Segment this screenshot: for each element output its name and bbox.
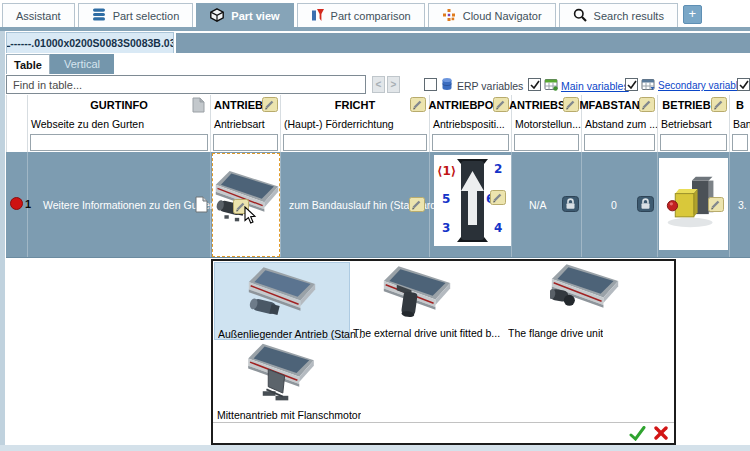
search-icon [573,8,587,24]
cell-betrieb[interactable] [658,152,730,257]
antrieb-selected-cell[interactable] [212,153,280,257]
column-header-label: BETRIEB [662,99,710,111]
tab-part-view[interactable]: Part view [196,3,293,27]
edit-pencil-icon[interactable] [639,97,655,112]
column-header-antrieb[interactable]: ANTRIEB [211,95,281,115]
lock-icon [637,196,654,212]
comparison-icon [311,8,324,24]
extra-variables-checkbox[interactable] [737,78,750,91]
main-variables-checkbox[interactable] [528,78,541,91]
tab-label: Part comparison [331,10,411,22]
table-filter-row [0,133,750,152]
lock-icon [562,196,579,212]
edit-pencil-icon[interactable] [711,97,727,112]
erp-variables-checkbox[interactable] [424,78,437,91]
secondary-variables-label[interactable]: Secondary variables [658,80,749,91]
tab-part-selection[interactable]: Part selection [78,3,194,27]
column-header-label: FRICHT [335,99,375,111]
filter-input[interactable] [584,134,655,151]
column-header-antriebpos[interactable]: ANTRIEBPOS [430,95,512,115]
direction-label-1: ⟨1⟩ [437,164,456,178]
active-tab-strip [0,27,750,31]
column-header-antriebst[interactable]: ANTRIEBST [512,95,582,115]
cell-gurtinfo[interactable]: Weitere Informationen zu den Gurten [28,152,211,257]
subheader-fricht: (Haupt-) Förderrichtung [281,115,430,133]
find-previous-button[interactable]: < [372,76,385,93]
secondary-variables-checkbox[interactable] [625,78,638,91]
column-header-label: ANTRIEB [214,99,263,111]
stack-icon [92,8,106,23]
confirm-check-icon[interactable] [629,426,646,445]
filter-input[interactable] [213,134,278,151]
popup-option-external-fitted[interactable]: The external drive unit fitted b... [350,262,485,340]
popup-option-label: The external drive unit fitted b... [353,327,500,339]
cell-mfabstand[interactable]: 0 [582,152,658,257]
tab-cloud-navigator[interactable]: Cloud Navigator [428,3,556,27]
filter-cell [6,133,28,152]
direction-label-5: 5 [442,192,450,206]
cell-antriebst[interactable]: N/A [512,152,582,257]
edit-pencil-icon[interactable] [410,97,426,112]
cell-band[interactable]: 3. [730,152,750,257]
filter-cell [658,133,730,152]
popup-option-external-drive[interactable]: Außenliegender Antrieb (Stan... [214,262,350,340]
tab-label: Search results [594,10,664,22]
document-tab[interactable]: GL------.01000x0200S0083S0083B.03... [6,32,174,53]
tab-vertical-view[interactable]: Vertical [50,54,114,74]
filter-cell [28,133,211,152]
main-tab-bar: Assistant Part selection Part view Part … [0,0,750,27]
filter-cell [211,133,281,152]
main-variables-icon [544,77,558,95]
popup-footer [213,422,674,443]
table-subheader-row: Webseite zu den Gurten Antriebsart (Haup… [0,115,750,133]
table-row[interactable]: 1 Weitere Informationen zu den Gurten [6,152,750,258]
filter-input[interactable] [514,134,579,151]
tab-search-results[interactable]: Search results [559,3,678,27]
edit-pencil-icon[interactable] [490,190,506,205]
filter-input[interactable] [660,134,727,151]
filter-input[interactable] [30,134,208,151]
document-icon[interactable] [195,196,208,217]
cell-text: 3. [738,199,747,211]
drive-option-image [550,262,620,322]
direction-label-2: 2 [494,162,502,176]
erp-variables-label: ERP variables [457,80,523,92]
tab-table-view[interactable]: Table [6,54,50,74]
column-header-band[interactable]: B [730,95,750,115]
drive-option-image [246,342,316,404]
subheader-cell [6,115,28,133]
column-header-betrieb[interactable]: BETRIEB [658,95,730,115]
column-header-fricht[interactable]: FRICHT [281,95,430,115]
filter-input[interactable] [283,134,427,151]
filter-cell [730,133,750,152]
edit-pencil-icon[interactable] [493,97,509,112]
popup-option-label: The flange drive unit [508,327,603,339]
filter-cell [430,133,512,152]
tab-label: Part view [231,10,279,22]
direction-diagram: ⟨1⟩ 2 5 6 3 4 [434,155,511,246]
main-variables-label[interactable]: Main variables [561,80,629,92]
mouse-cursor [244,206,257,229]
direction-label-3: 3 [442,221,450,235]
edit-pencil-icon[interactable] [262,97,278,112]
filter-input[interactable] [432,134,509,151]
popup-option-center-drive[interactable]: Mittenantrieb mit Flanschmotor [214,341,374,421]
tab-part-comparison[interactable]: Part comparison [297,3,425,27]
cell-fricht[interactable]: zum Bandauslauf hin (Standard) [281,152,430,257]
edit-pencil-icon[interactable] [708,197,724,212]
tab-assistant[interactable]: Assistant [2,3,75,27]
filter-input[interactable] [732,134,748,151]
search-input[interactable] [6,75,366,94]
edit-pencil-icon[interactable] [409,197,425,212]
erp-database-icon [441,77,453,95]
column-header-mfabstand[interactable]: MFABSTAND [582,95,658,115]
cell-antriebpos[interactable]: ⟨1⟩ 2 5 6 3 4 [430,152,512,257]
edit-pencil-icon[interactable] [563,97,579,112]
add-tab-button[interactable]: + [683,5,702,24]
find-next-button[interactable]: > [387,76,400,93]
cancel-x-icon[interactable] [654,426,668,444]
left-window-strip [0,31,5,451]
cell-antrieb[interactable] [211,152,281,257]
column-header-gurtinfo[interactable]: GURTINFO [28,95,211,115]
popup-option-flange-drive[interactable]: The flange drive unit [505,262,640,340]
